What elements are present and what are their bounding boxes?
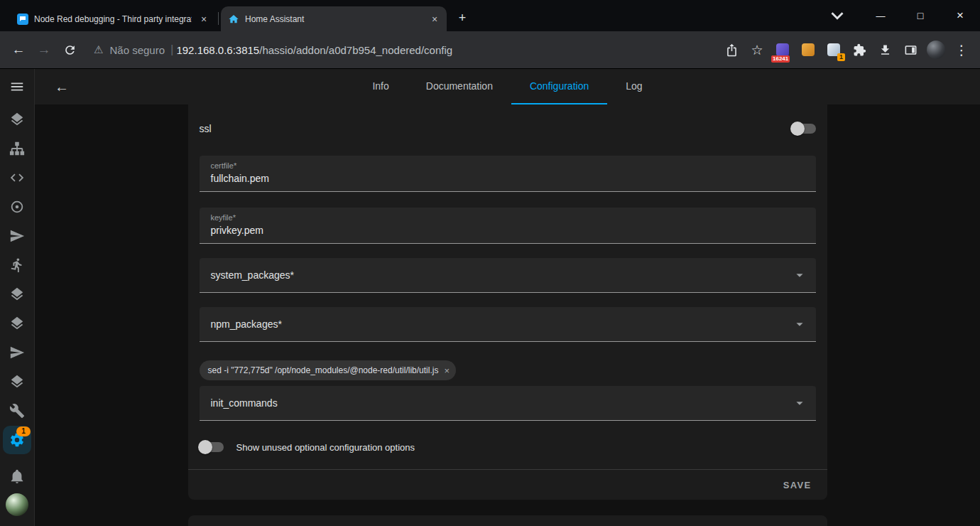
site-security-button[interactable]: ⚠ Não seguro xyxy=(94,43,165,56)
sidebar-item-automations[interactable] xyxy=(3,338,31,367)
sidebar-item-nodered[interactable] xyxy=(3,222,31,250)
network-card: Network xyxy=(188,515,827,526)
browser-titlebar: Node Red debugging - Third party integra… xyxy=(0,0,980,31)
extension-icon xyxy=(802,43,815,56)
init-commands-dropdown[interactable]: init_commands xyxy=(200,386,816,421)
ha-tab-bar: Info Documentation Configuration Log xyxy=(35,69,980,104)
maximize-button[interactable]: □ xyxy=(900,0,940,31)
toolbar-right-tools: ☆ 16241 1 ⋮ xyxy=(719,37,974,63)
field-label: certfile* xyxy=(211,161,805,170)
toggle-knob xyxy=(790,122,805,136)
toggle-knob xyxy=(198,440,212,454)
dropdown-label: system_packages* xyxy=(211,269,295,281)
ssl-row: ssl xyxy=(200,104,816,140)
sidebar-item-dashboard-1[interactable] xyxy=(3,105,31,134)
browser-toolbar: ← → ⚠ Não seguro | 192.168.0.6:3815/hass… xyxy=(0,31,980,69)
tab-info[interactable]: Info xyxy=(354,69,407,104)
reload-button[interactable] xyxy=(57,37,82,63)
field-value: fullchain.pem xyxy=(211,173,805,184)
tab-label: Documentation xyxy=(426,80,493,92)
tab-close-icon[interactable]: × xyxy=(428,13,441,26)
sidebar-item-dashboard-4[interactable] xyxy=(3,367,31,396)
sidebar-item-vscode[interactable] xyxy=(3,163,31,192)
chip-text: sed -i "772,775d" /opt/node_modules/@nod… xyxy=(208,365,439,375)
bookmark-star-icon[interactable]: ☆ xyxy=(744,37,770,63)
chevron-down-icon xyxy=(792,316,807,332)
field-label: keyfile* xyxy=(211,213,805,222)
forum-favicon-icon xyxy=(17,14,28,25)
back-button[interactable]: ← xyxy=(6,37,31,63)
dropdown-label: npm_packages* xyxy=(211,318,282,330)
home-assistant-app: 1 ← Info Documentation Configuration Log… xyxy=(0,69,980,526)
extension-badge: 16241 xyxy=(771,55,790,63)
configuration-card: ssl certfile* fullchain.pem keyfile* pri… xyxy=(188,104,827,500)
extension-badge: 1 xyxy=(837,53,845,61)
url-host: 192.168.0.6:3815 xyxy=(176,44,259,56)
save-row: SAVE xyxy=(200,470,816,500)
user-avatar[interactable] xyxy=(6,493,28,516)
sidebar-item-notifications[interactable] xyxy=(3,462,31,490)
minimize-button[interactable]: — xyxy=(861,0,900,31)
sidebar-item-presence[interactable] xyxy=(3,251,31,279)
certfile-field[interactable]: certfile* fullchain.pem xyxy=(200,156,816,192)
tab-documentation[interactable]: Documentation xyxy=(408,69,511,104)
show-unused-label: Show unused optional configuration optio… xyxy=(236,442,415,453)
close-window-button[interactable]: × xyxy=(940,0,980,31)
tab-label: Log xyxy=(626,80,642,92)
tab-label: Configuration xyxy=(530,80,589,92)
tab-log[interactable]: Log xyxy=(607,69,660,104)
ha-main: ← Info Documentation Configuration Log s… xyxy=(35,69,980,526)
ha-header: ← Info Documentation Configuration Log xyxy=(35,69,980,104)
extension-notifications-icon[interactable]: 16241 xyxy=(770,37,795,63)
tab-label: Info xyxy=(372,80,388,92)
sidebar-menu-button[interactable] xyxy=(0,69,34,104)
tab-separator xyxy=(218,12,219,25)
sidebar-item-developer-tools[interactable] xyxy=(3,397,31,425)
tab-strip: Node Red debugging - Third party integra… xyxy=(0,0,825,31)
address-bar[interactable]: 192.168.0.6:3815/hassio/addon/a0d7b954_n… xyxy=(176,44,719,56)
ssl-label: ssl xyxy=(200,123,212,134)
sidebar-item-overview[interactable] xyxy=(3,193,31,221)
extension-tabs-icon[interactable]: 1 xyxy=(821,37,846,63)
field-value: privkey.pem xyxy=(211,225,805,236)
keyfile-field[interactable]: keyfile* privkey.pem xyxy=(200,208,816,244)
url-path: /hassio/addon/a0d7b954_nodered/config xyxy=(259,44,452,56)
share-icon[interactable] xyxy=(719,37,744,63)
sidebar-item-dashboard-2[interactable] xyxy=(3,280,31,308)
tab-search-chevron-icon[interactable] xyxy=(825,0,849,31)
save-button[interactable]: SAVE xyxy=(779,476,816,495)
new-tab-button[interactable]: + xyxy=(452,8,472,28)
ssl-toggle[interactable] xyxy=(792,124,816,134)
tab-configuration[interactable]: Configuration xyxy=(511,69,607,104)
sidebar-item-settings[interactable]: 1 xyxy=(3,426,31,454)
extensions-puzzle-icon[interactable] xyxy=(846,37,872,63)
show-unused-row: Show unused optional configuration optio… xyxy=(200,439,816,455)
home-assistant-favicon-icon xyxy=(228,14,239,25)
extension-store-icon[interactable] xyxy=(795,37,821,63)
tab-node-red-debugging[interactable]: Node Red debugging - Third party integra… xyxy=(10,6,216,31)
sidebar-item-dashboard-3[interactable] xyxy=(3,309,31,338)
npm-packages-dropdown[interactable]: npm_packages* xyxy=(200,307,816,342)
ha-content: ssl certfile* fullchain.pem keyfile* pri… xyxy=(35,104,980,526)
side-panel-icon[interactable] xyxy=(898,37,923,63)
sidebar-item-sitemap[interactable] xyxy=(3,134,31,163)
ha-back-button[interactable]: ← xyxy=(45,70,79,104)
chevron-down-icon xyxy=(792,267,807,283)
system-packages-dropdown[interactable]: system_packages* xyxy=(200,258,816,293)
show-unused-toggle[interactable] xyxy=(200,442,224,452)
bell-icon xyxy=(9,468,25,484)
tab-home-assistant[interactable]: Home Assistant × xyxy=(221,6,447,31)
tab-close-icon[interactable]: × xyxy=(197,13,210,26)
window-controls: — □ × xyxy=(825,0,980,31)
ha-sidebar: 1 xyxy=(0,69,35,526)
tab-title: Home Assistant xyxy=(245,14,423,24)
kebab-menu-icon[interactable]: ⋮ xyxy=(949,37,974,63)
init-command-chip[interactable]: sed -i "772,775d" /opt/node_modules/@nod… xyxy=(200,360,457,380)
downloads-icon[interactable] xyxy=(872,37,898,63)
url-divider: | xyxy=(170,43,173,57)
settings-badge: 1 xyxy=(16,426,31,436)
chip-remove-icon[interactable]: × xyxy=(444,365,450,376)
init-commands-chip-row: sed -i "772,775d" /opt/node_modules/@nod… xyxy=(200,360,816,380)
forward-button[interactable]: → xyxy=(31,37,57,63)
profile-avatar[interactable] xyxy=(923,37,949,63)
